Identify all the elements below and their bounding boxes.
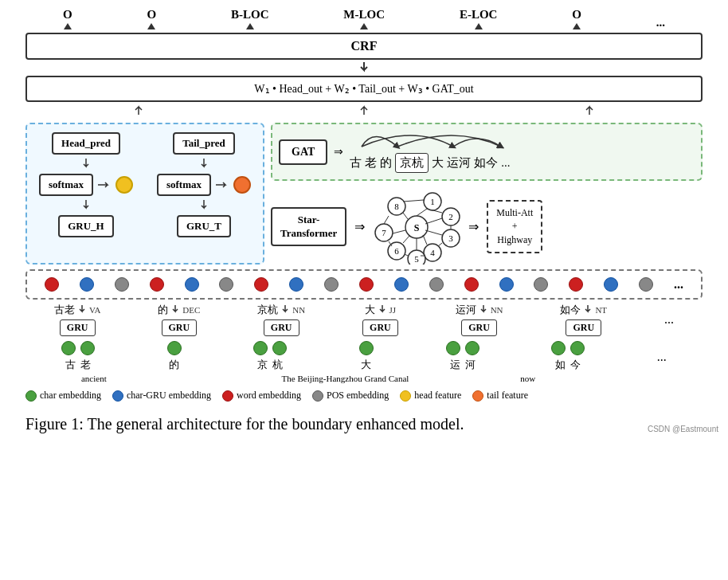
gru-box: GRU [162, 319, 198, 336]
char-emb-row: 古 老 的 京 杭 大 [25, 341, 703, 372]
softmax-tail: softmax [157, 174, 211, 196]
char-emb-dot [80, 341, 95, 355]
legend-head-feat: head feature [400, 390, 461, 402]
legend-word-emb-label: word embedding [237, 390, 301, 402]
svg-text:1: 1 [430, 197, 435, 206]
gru-box: GRU [264, 319, 299, 336]
tail-pred-label: Tail_pred [173, 132, 234, 155]
gat-chars: 古 老 的 京杭 大 运河 如今 ... [350, 153, 510, 173]
char-gru-dot [185, 277, 199, 292]
label-o1: O [63, 8, 72, 29]
dots-row: ... [37, 277, 691, 292]
top-labels: O O B-LOC M-LOC E-LOC O ... [10, 8, 718, 33]
arrow-up-icon [147, 23, 155, 29]
svg-text:4: 4 [430, 248, 435, 257]
char-emb-dot [167, 341, 182, 355]
gru-box: GRU [566, 319, 601, 336]
translation-now: now [520, 374, 535, 383]
legend-pos-label: POS embedding [327, 390, 389, 402]
group-de: 的 DEC GRU [158, 303, 200, 336]
pos-dot [639, 277, 653, 292]
pos-dot [219, 277, 233, 292]
gru-box: GRU [362, 319, 398, 336]
label-ellipsis: ... [656, 16, 665, 29]
star-graph: S 1 2 3 4 5 [373, 189, 460, 265]
legend-tail-feat-label: tail feature [487, 390, 528, 402]
legend-char-emb-label: char embedding [40, 390, 101, 402]
word-emb-dot [254, 277, 268, 292]
word-emb-dot [464, 277, 479, 292]
head-feature-circle [115, 176, 133, 194]
gat-box-container: GAT ⇒ [271, 123, 703, 181]
char-emb-dot [359, 341, 374, 355]
star-transformer-section: Star-Transformer ⇒ S 1 2 3 [271, 189, 703, 265]
translation-row: ancient The Beijing-Hangzhou Grand Canal… [25, 374, 703, 383]
softmax-tail-row: softmax [157, 174, 251, 196]
pos-dot [429, 277, 444, 292]
tail-pred-block: Tail_pred softmax GRU_T [157, 132, 251, 237]
char-emb-dot [61, 341, 76, 355]
crf-label: CRF [351, 39, 378, 53]
translation-ancient: ancient [81, 374, 107, 383]
svg-text:5: 5 [414, 254, 419, 264]
arrow-up-icon [360, 23, 368, 29]
svg-line-25 [403, 213, 408, 219]
softmax-head-row: softmax [39, 174, 133, 196]
svg-line-18 [417, 209, 427, 216]
gru-box: GRU [461, 319, 497, 336]
gru-h-label: GRU_H [58, 215, 114, 237]
word-emb-dot [359, 277, 374, 292]
gru-t-label: GRU_T [177, 215, 231, 237]
connector [10, 60, 718, 76]
legend-char-emb: char embedding [25, 390, 101, 402]
mid-arrows [25, 102, 703, 118]
legend-pos-emb: POS embedding [312, 390, 389, 402]
svg-text:3: 3 [448, 233, 453, 243]
char-emb-dot [253, 341, 268, 355]
char-emb-dot [570, 341, 585, 355]
group-gulu: 古老 VA GRU [54, 303, 100, 336]
label-o3: O [572, 8, 581, 29]
gat-top-row: GAT ⇒ [279, 131, 695, 173]
head-pred-block: Head_pred softmax GRU_H [39, 132, 133, 237]
char-emb-dot [465, 341, 479, 355]
word-emb-dot [150, 277, 164, 292]
svg-line-28 [438, 243, 442, 246]
svg-line-32 [384, 216, 389, 224]
legend-word-emb: word embedding [222, 390, 301, 402]
tail-feature-circle [233, 176, 251, 194]
label-mloc: M-LOC [343, 8, 385, 29]
caption-text: Figure 1: The general architecture for t… [25, 415, 464, 433]
legend-char-gru: char-GRU embedding [112, 390, 211, 402]
pos-dot [534, 277, 548, 292]
char-emb-dot [272, 341, 287, 355]
char-emb-dot [446, 341, 460, 355]
svg-line-24 [393, 230, 405, 233]
svg-line-23 [403, 236, 409, 243]
svg-text:7: 7 [382, 228, 386, 237]
legend-char-gru-label: char-GRU embedding [127, 390, 211, 402]
svg-line-19 [425, 218, 442, 224]
crf-box: CRF [25, 33, 703, 60]
group-jinghang: 京杭 NN GRU [257, 303, 305, 336]
left-model-box: Head_pred softmax GRU_H Tail_pred softma… [25, 123, 264, 265]
char-gru-dot [289, 277, 303, 292]
svg-line-21 [423, 235, 427, 245]
arrow-up-icon [573, 23, 581, 29]
arrow-up-icon [246, 23, 254, 29]
char-emb-dot [551, 341, 566, 355]
char-gru-dot [80, 277, 94, 292]
legend-tail-feat: tail feature [472, 390, 528, 402]
gru-box: GRU [60, 319, 96, 336]
formula-box: W₁ • Head_out + W₂ • Tail_out + W₃ • GAT… [25, 76, 703, 102]
char-gru-dot [499, 277, 514, 292]
right-section: GAT ⇒ [271, 123, 703, 265]
multi-att-box: Multi-Att+Highway [487, 200, 542, 253]
legend-head-feat-label: head feature [414, 390, 461, 402]
label-o2: O [147, 8, 156, 29]
star-transformer-box: Star-Transformer [271, 207, 346, 247]
svg-text:6: 6 [394, 246, 399, 256]
head-pred-label: Head_pred [52, 132, 120, 155]
figure-caption: Figure 1: The general architecture for t… [25, 413, 703, 435]
watermark: CSDN @Eastmount [648, 425, 718, 433]
